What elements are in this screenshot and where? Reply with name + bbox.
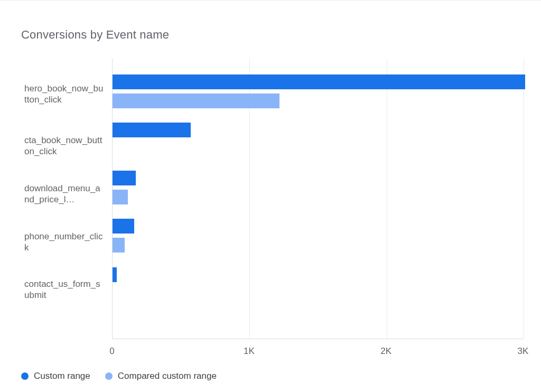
x-tick-label: 2K xyxy=(380,346,391,357)
grid-line xyxy=(524,59,524,339)
bars-layer xyxy=(113,59,524,339)
legend-swatch-icon xyxy=(105,372,113,380)
bar xyxy=(113,123,191,137)
y-tick-label: contact_us_form_submit xyxy=(24,278,104,301)
bar xyxy=(113,74,525,89)
legend-label: Compared custom range xyxy=(118,371,217,381)
legend-label: Custom range xyxy=(34,371,90,381)
legend: Custom range Compared custom range xyxy=(21,371,217,381)
chart-title: Conversions by Event name xyxy=(21,28,169,42)
y-tick-label: cta_book_now_button_click xyxy=(24,135,104,157)
y-tick-label: phone_number_click xyxy=(24,231,104,254)
chart-card: Conversions by Event name hero_book_now_… xyxy=(0,0,541,392)
x-tick-label: 1K xyxy=(244,346,255,357)
legend-swatch-icon xyxy=(21,372,29,380)
legend-item: Custom range xyxy=(21,371,90,381)
y-tick-label: download_menu_and_price_l… xyxy=(24,183,104,206)
bar xyxy=(113,238,125,253)
bar xyxy=(113,267,117,282)
bar xyxy=(113,219,134,234)
plot-area xyxy=(112,59,524,339)
legend-item: Compared custom range xyxy=(105,371,217,381)
x-tick-label: 0 xyxy=(109,346,114,357)
bar xyxy=(113,94,279,108)
x-tick-label: 3K xyxy=(518,346,529,357)
y-tick-label: hero_book_now_button_click xyxy=(24,83,104,106)
bar xyxy=(113,190,128,204)
bar xyxy=(113,171,136,185)
